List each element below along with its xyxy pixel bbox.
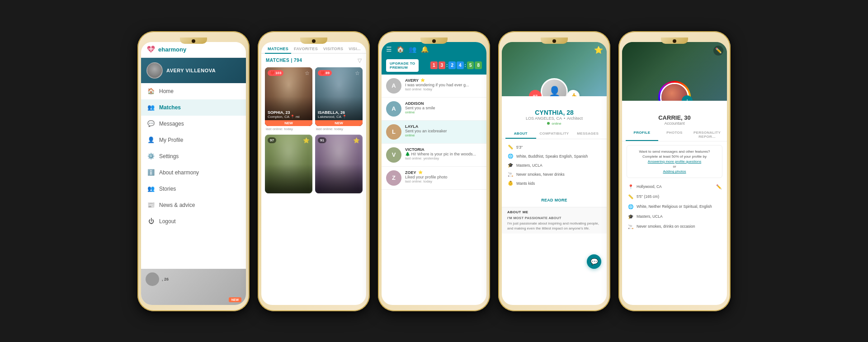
about-icon: ℹ️ <box>147 169 155 176</box>
upgrade-button[interactable]: UPGRADE TOPREMIUM <box>386 59 419 72</box>
phone-own-profile: + ✏️ CARRIE, 30 Accountant PROFILE PHOTO… <box>618 31 731 311</box>
nav-settings[interactable]: ⚙️ Settings <box>141 148 246 164</box>
timer-d2: 3 <box>439 61 446 69</box>
phone-screen-1: eharmony AVERY VILLENOVA 🏠 Home 👥 Matche… <box>141 42 246 305</box>
message-item-addison[interactable]: A ADDISON Sent you a smile online <box>382 98 486 121</box>
globe-icon-5: 🌐 <box>627 203 634 210</box>
filter-icon[interactable]: ▽ <box>358 57 362 64</box>
detail-height: 📏 5'3" <box>507 143 601 152</box>
timer-d3: 2 <box>448 61 456 69</box>
tab-visitors[interactable]: VISITORS <box>321 45 346 53</box>
nav-messages[interactable]: 💬 Messages <box>141 116 246 132</box>
detail-habits: 🚬 Never smokes, Never drinks <box>507 170 601 179</box>
phone-dot-3 <box>432 39 436 43</box>
matches-count-label: MATCHES | 794 <box>266 58 302 63</box>
nav-news-label: News & advice <box>159 202 195 208</box>
profile-icon: 👤 <box>147 136 155 144</box>
countdown-timer: 1 3 : 2 4 : 5 8 <box>430 61 482 69</box>
match-card-isabella[interactable]: ❤️ 89 ☆ NEW ISABELLA, 26 Lakewood, CA 📍 <box>315 67 363 132</box>
profile-completion-cta: Want to send messages and other features… <box>627 145 722 178</box>
favorite-button[interactable]: ⭐ <box>594 46 603 54</box>
habits-icon: 🚬 <box>507 171 514 178</box>
msg-status-avery: last online: today <box>405 87 482 91</box>
notification-icon[interactable]: 🔔 <box>421 46 429 53</box>
user-avatar <box>146 62 163 79</box>
match-score-badge-4: 91 <box>318 137 326 143</box>
own-profile-name: CARRIE, 30 <box>627 114 722 121</box>
detail-education: 🎓 Masters, UCLA <box>622 211 727 221</box>
nav-about[interactable]: ℹ️ About eharmony <box>141 164 246 181</box>
timer-d6: 8 <box>475 61 482 69</box>
nav-matches[interactable]: 👥 Matches <box>141 99 246 116</box>
timer-sep2: : <box>465 63 466 68</box>
phone-matches: MATCHES FAVORITES VISITORS VISI... MATCH… <box>258 31 370 311</box>
nav-logout[interactable]: ⏻ Logout <box>141 213 246 230</box>
message-item-zoey[interactable]: Z ZOEY ⭐ Liked your profile photo last o… <box>382 167 486 190</box>
detail-ethnicity-religion: 🌐 White, Neither Religious or Spiritual,… <box>622 201 727 211</box>
nav-news[interactable]: 📰 News & advice <box>141 197 246 213</box>
message-item-avery[interactable]: A AVERY ⭐ I was wondering if you had eve… <box>382 75 486 98</box>
message-item-victoria[interactable]: V VICTORIA 🌲 Hi! Where is your pic in th… <box>382 144 486 167</box>
phone-dot-5 <box>673 39 676 43</box>
tab-matches[interactable]: MATCHES <box>265 45 291 54</box>
nav-about-label: About eharmony <box>159 169 199 176</box>
nav-stories-label: Stories <box>159 186 176 192</box>
height-icon-5: 📏 <box>627 193 634 200</box>
msg-name-addison: ADDISON <box>405 101 482 106</box>
read-more-section: READ MORE <box>502 192 607 207</box>
msg-text-layla: Sent you an icebreaker <box>405 129 482 133</box>
message-content-addison: ADDISON Sent you a smile online <box>405 101 482 114</box>
match-card-3[interactable]: 97 ⭐ <box>265 135 312 193</box>
timer-d4: 4 <box>457 61 464 69</box>
tab-messages[interactable]: MESSAGES <box>572 129 603 139</box>
people-icon[interactable]: 👥 <box>409 46 416 53</box>
detail-height: 📏 5'5" (165 cm) <box>622 192 727 201</box>
news-icon: 📰 <box>147 201 155 209</box>
nav-home[interactable]: 🏠 Home <box>141 83 246 99</box>
home-icon[interactable]: 🏠 <box>396 46 404 53</box>
tab-personality[interactable]: PERSONALITY REPOR... <box>691 128 723 141</box>
ethnicity-icon: 🌐 <box>507 153 514 159</box>
about-me-text: I'm just passionate about inspiring and … <box>507 221 601 231</box>
avatar-addison: A <box>386 101 401 117</box>
message-item-layla[interactable]: L LAYLA Sent you an icebreaker online <box>382 121 486 144</box>
profile-hero: 👤 97 👍 ⭐ <box>502 42 607 96</box>
tab-photos[interactable]: PHOTOS <box>658 128 691 141</box>
habits-icon-5: 🚬 <box>627 223 634 230</box>
phones-container: eharmony AVERY VILLENOVA 🏠 Home 👥 Matche… <box>128 22 740 320</box>
match-score-badge-3: 97 <box>268 137 276 143</box>
cta-link-questions[interactable]: Answering more profile questions <box>648 159 701 164</box>
detail-ethnicity: 🌐 White, Buddhist, Speaks English, Spani… <box>507 152 601 161</box>
read-more-link[interactable]: READ MORE <box>541 198 567 202</box>
tab-profile[interactable]: PROFILE <box>626 128 658 141</box>
tab-favorites[interactable]: FAVORITES <box>291 45 321 53</box>
star-avery: ⭐ <box>420 78 425 82</box>
favorite-icon-isabella[interactable]: ☆ <box>355 70 360 76</box>
tab-compatibility[interactable]: COMPATIBILITY <box>536 129 573 139</box>
cta-link-photos[interactable]: Adding photos <box>663 169 686 173</box>
favorite-icon-sophia[interactable]: ☆ <box>305 70 310 76</box>
timer-d1: 1 <box>430 61 438 69</box>
menu-icon[interactable]: ☰ <box>386 46 392 53</box>
edit-location-icon[interactable]: ✏️ <box>716 184 722 189</box>
nav-stories[interactable]: 👥 Stories <box>141 181 246 197</box>
tab-visi[interactable]: VISI... <box>346 45 363 53</box>
message-fab[interactable]: 💬 <box>587 254 601 269</box>
tab-about[interactable]: ABOUT <box>505 129 536 139</box>
match-info-sophia: SOPHIA, 23 Compton, CA 📍 mi <box>268 110 300 119</box>
msg-status-addison: online <box>405 110 482 114</box>
match-card-sophia[interactable]: ❤️ 103 ☆ NEW SOPHIA, 23 Compton, CA 📍 mi <box>265 67 312 132</box>
phone-dot <box>192 39 195 43</box>
nav-my-profile[interactable]: 👤 My Profile <box>141 132 246 148</box>
match-card-4[interactable]: 91 ⭐ <box>315 135 363 193</box>
msg-name-avery: AVERY ⭐ <box>405 78 482 83</box>
phone-screen-2: MATCHES FAVORITES VISITORS VISI... MATCH… <box>261 42 366 305</box>
profile-details: 📏 5'3" 🌐 White, Buddhist, Speaks English… <box>502 139 607 192</box>
favorite-icon-3[interactable]: ⭐ <box>303 137 310 144</box>
settings-icon: ⚙️ <box>147 153 155 160</box>
profile-tabs: ABOUT COMPATIBILITY MESSAGES <box>502 129 607 139</box>
matches-tabs: MATCHES FAVORITES VISITORS VISI... <box>261 42 366 54</box>
edit-profile-button[interactable]: ✏️ <box>713 46 723 56</box>
favorite-icon-4[interactable]: ⭐ <box>353 137 360 144</box>
star-zoey: ⭐ <box>418 170 423 174</box>
